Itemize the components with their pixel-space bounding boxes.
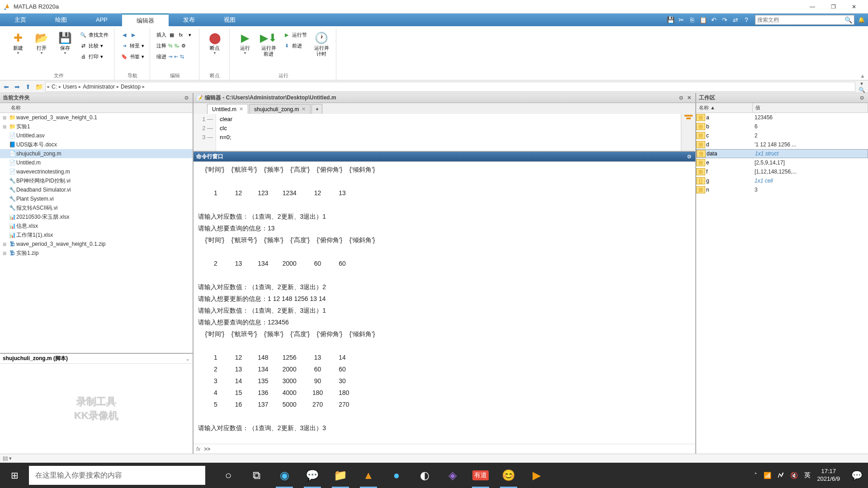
workspace-variable[interactable]: ⊞data1x1 struct [696,149,868,158]
qat-undo-icon[interactable]: ↶ [709,15,719,25]
panel-menu-button[interactable]: ⊙ [183,94,190,102]
find-files-button[interactable]: 🔍查找文件 [78,30,110,40]
notifications-icon[interactable]: 🔔 [856,15,866,25]
nav-back-button[interactable]: ◀▶ [119,30,146,40]
editor-scrollbar[interactable] [681,114,695,151]
editor-tab-untitled[interactable]: Untitled.m✕ [207,104,248,114]
file-item[interactable]: ⊞📁wave_period_3_wave_height_0.1 [0,113,193,122]
qat-switch-icon[interactable]: ⇄ [731,15,741,25]
tab-apps[interactable]: APP [81,14,122,26]
explorer-icon[interactable]: 📁 [326,463,354,488]
indent-button[interactable]: 缩进 ⇥ ⇤ ⇆ [155,52,195,61]
youdao-icon[interactable]: 有道 [467,463,495,488]
workspace-header[interactable]: 名称 ▲ 值 [696,103,868,113]
qat-copy-icon[interactable]: ⎘ [687,15,697,25]
insert-button[interactable]: 插入 ▦ fx ▾ [155,30,195,40]
advance-button[interactable]: ⬇前进 [281,41,309,51]
run-section-button[interactable]: ▶运行节 [281,30,309,40]
battery-icon[interactable]: 🗲 [778,472,784,479]
file-item[interactable]: 📄shujuchuli_zong.m [0,149,193,158]
app-icon-2[interactable]: ◐ [410,463,439,488]
workspace-variable[interactable]: {}g1x1 cell [696,176,868,185]
editor-menu-button[interactable]: ⊙ [677,94,684,102]
tab-close-icon[interactable]: ✕ [239,106,243,112]
workspace-variable[interactable]: ⊞e[2,5,9,14,17] [696,158,868,167]
taskbar-search[interactable]: 在这里输入你要搜索的内容 [29,466,205,485]
file-item[interactable]: 🔧Plant System.vi [0,194,193,203]
workspace-menu-button[interactable]: ⊙ [858,94,865,102]
qat-paste-icon[interactable]: 📋 [698,15,708,25]
open-button[interactable]: 📂打开▼ [31,30,52,56]
path-breadcrumb[interactable]: ▸ C:▸ Users▸ Administrator▸ Desktop▸ [45,82,855,92]
workspace-variable[interactable]: ⊞a123456 [696,113,868,122]
comment-button[interactable]: 注释 % ‰ ⚙ [155,41,195,51]
expand-icon[interactable]: ⊞ [3,115,8,120]
file-item[interactable]: 📄Untitled.asv [0,131,193,140]
expand-icon[interactable]: ⊞ [3,251,8,256]
qat-save-icon[interactable]: 💾 [665,15,675,25]
ribbon-collapse-button[interactable]: ▲ [860,73,865,79]
details-collapse-icon[interactable]: ⌄ [185,356,190,362]
compare-button[interactable]: ⇄比较 ▾ [78,41,110,51]
expand-icon[interactable]: ⊞ [3,242,8,247]
save-button[interactable]: 💾保存▼ [54,30,76,56]
wifi-icon[interactable]: 📶 [764,472,771,479]
print-button[interactable]: 🖨打印 ▾ [78,52,110,61]
bookmark-button[interactable]: 🔖书签 ▾ [119,52,146,61]
doc-search[interactable]: 🔍 [755,15,854,25]
tab-home[interactable]: 主页 [0,14,41,26]
goto-button[interactable]: ➜转至 ▾ [119,41,146,51]
action-center-icon[interactable]: 💬 [845,463,868,488]
volume-icon[interactable]: 🔇 [790,472,798,479]
workspace-variable[interactable]: ⊞c2 [696,131,868,140]
browse-folder-icon[interactable]: 📁 [34,82,43,91]
editor-code[interactable]: clear clc n=0; [216,114,681,151]
new-button[interactable]: ✚新建▼ [7,30,29,56]
file-item[interactable]: 🔧BP神经网络PID控制.vi [0,176,193,185]
kk-recorder-icon[interactable]: 😊 [495,463,523,488]
run-button[interactable]: ▶运行▼ [234,30,256,56]
search-icon[interactable]: 🔍 [844,16,852,23]
doc-search-input[interactable] [757,17,844,23]
tab-plots[interactable]: 绘图 [41,14,81,26]
close-button[interactable]: ✕ [844,0,864,14]
editor-tab-add[interactable]: + [311,104,322,114]
clock[interactable]: 17:17 2021/6/9 [817,468,840,483]
workspace-variable[interactable]: ⊞d'1 12 148 1256 ... [696,140,868,149]
breakpoints-button[interactable]: ⬤断点▼ [204,30,226,56]
workspace-variable[interactable]: ⊞f[1,12,148,1256,... [696,167,868,176]
workspace-list[interactable]: ⊞a123456⊞b6⊞c2⊞d'1 12 148 1256 ...⊞data1… [696,113,868,454]
matlab-taskbar-icon[interactable]: ▲ [354,463,382,488]
workspace-variable[interactable]: ⊞b6 [696,122,868,131]
edge-icon[interactable]: ◉ [270,463,298,488]
tab-editor[interactable]: 编辑器 [122,14,169,26]
command-prompt[interactable]: fx >> [193,444,695,454]
expand-icon[interactable]: ⊞ [3,124,8,129]
app-icon[interactable]: ● [382,463,410,488]
tab-publish[interactable]: 发布 [169,14,209,26]
file-item[interactable]: 🔧报文转ASCII码.vi [0,203,193,212]
editor-body[interactable]: 1 — 2 — 3 — clear clc n=0; [193,114,695,151]
file-item[interactable]: 📊20210530-宋玉朋.xlsx [0,212,193,221]
fx-prompt-icon[interactable]: fx [196,446,200,452]
file-item[interactable]: ⊞🗜实验1.zip [0,249,193,258]
vs-icon[interactable]: ◈ [439,463,467,488]
folder-tree[interactable]: 名称 ⊞📁wave_period_3_wave_height_0.1⊞📁实验1📄… [0,103,193,353]
path-dropdown-button[interactable]: ▾ 🔍 [857,80,866,93]
file-item[interactable]: 📄Untitled.m [0,158,193,167]
nav-fwd-icon[interactable]: ➡ [13,82,22,91]
file-item[interactable]: 🔧Deadband Simulator.vi [0,185,193,194]
cortana-icon[interactable]: ○ [214,463,242,488]
run-time-button[interactable]: 🕐运行并 计时 [311,30,332,58]
qat-redo-icon[interactable]: ↷ [720,15,730,25]
nav-back-icon[interactable]: ⬅ [2,82,11,91]
minimize-button[interactable]: — [802,0,823,14]
run-advance-button[interactable]: ▶⬇运行并 前进 [258,30,279,58]
start-button[interactable]: ⊞ [0,463,29,488]
workspace-variable[interactable]: ⊞n3 [696,185,868,194]
command-window-body[interactable]: {'时间'} {'航班号'} {'频率'} {'高度'} {'俯仰角'} {'倾… [193,162,695,444]
tab-view[interactable]: 视图 [209,14,250,26]
qat-cut-icon[interactable]: ✂ [676,15,686,25]
player-icon[interactable]: ▶ [523,463,551,488]
wechat-icon[interactable]: 💬 [298,463,326,488]
